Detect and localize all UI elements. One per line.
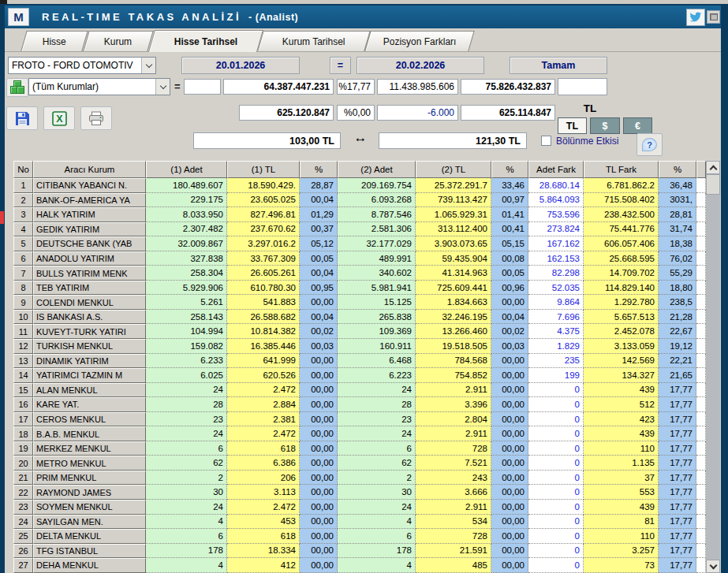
dropdown-arrow-button[interactable]: [155, 79, 170, 95]
twitter-button[interactable]: [686, 9, 705, 26]
cell: 1.834.663: [416, 295, 491, 310]
table-row[interactable]: 7BULLS YATIRIM MENK258.30426.605.26100,0…: [13, 266, 706, 281]
table-row[interactable]: 3HALK YATIRIM8.033.950827.496.8101,298.7…: [13, 207, 706, 222]
excel-export-button[interactable]: X: [43, 106, 75, 130]
table-row[interactable]: 18B.A.B. MENKUL242.47200,00242.91100,000…: [13, 426, 706, 441]
table-row[interactable]: 21PRIM MENKUL220600,00224300,0003717,77: [13, 471, 706, 486]
dropdown-arrow-button[interactable]: [141, 58, 155, 73]
equals-label: =: [174, 80, 181, 92]
price-low-input[interactable]: [193, 132, 341, 149]
table-row[interactable]: 17CEROS MENKUL232.38100,00232.80400,0004…: [13, 412, 706, 427]
column-header[interactable]: Adet Fark: [528, 161, 584, 178]
table-row[interactable]: 20METRO MENKUL626.38600,00627.52100,0001…: [13, 456, 706, 471]
column-header[interactable]: (2) Adet: [338, 161, 416, 178]
broker-combobox[interactable]: (Tüm Kurumlar): [28, 78, 170, 95]
filter-value-input[interactable]: [184, 79, 221, 95]
column-header[interactable]: %: [659, 161, 696, 178]
window-options-button[interactable]: [707, 10, 720, 24]
column-header[interactable]: (2) TL: [416, 161, 491, 178]
table-row[interactable]: 19MERKEZ MENKUL661800,00672800,00011017,…: [13, 441, 706, 456]
cell: 739.113.427: [416, 193, 491, 208]
tab-hisse-tarihsel[interactable]: Hisse Tarihsel: [148, 30, 263, 52]
cell: 00,00: [300, 441, 338, 456]
table-row[interactable]: 25DELTA MENKUL661800,00672800,00011017,7…: [13, 529, 706, 544]
date-to-field[interactable]: 20.02.2026: [357, 57, 484, 74]
table-row[interactable]: 13DINAMIK YATIRIM6.233641.99900,006.4687…: [13, 354, 706, 369]
table-row[interactable]: 24SAYILGAN MEN.445300,00453400,0008117,7…: [13, 515, 706, 530]
table-row[interactable]: 1CITIBANK YABANCI N.180.489.60718.590.42…: [13, 178, 706, 193]
table-row[interactable]: 12TURKISH MENKUL159.08216.385.44600,0316…: [13, 339, 706, 354]
table-row[interactable]: 27DEHA MENKUL441200,00448500,0007317,77: [13, 558, 706, 573]
tab-kurum-tarihsel[interactable]: Kurum Tarihsel: [257, 31, 370, 51]
cell: 3.133.059: [584, 339, 659, 354]
currency-tl-button[interactable]: TL: [558, 117, 587, 134]
currency-usd-button[interactable]: $: [590, 117, 620, 134]
tab-pozisyon-farkları[interactable]: Pozisyon Farkları: [364, 31, 474, 51]
symbol-combobox[interactable]: FROTO - FORD OTOMOTIV: [8, 57, 156, 74]
cell: 2.472: [227, 383, 300, 398]
cell: 14.709.702: [584, 266, 659, 281]
table-row[interactable]: 4GEDIK YATIRIM2.307.482237.670.6200,372.…: [13, 222, 706, 237]
table-row[interactable]: 14YATIRIMCI TAZMIN M6.025620.52600,006.2…: [13, 368, 706, 383]
column-header[interactable]: (1) TL: [227, 161, 300, 178]
save-button[interactable]: [6, 106, 38, 130]
period-tl-value: 75.826.432.837: [461, 79, 555, 95]
table-row[interactable]: 10IS BANKASI A.S.258.14326.588.68200,042…: [13, 310, 706, 325]
table-row[interactable]: 6ANADOLU YATIRIM327.83833.767.30900,0548…: [13, 251, 706, 266]
cell: 6.025: [146, 368, 227, 383]
cell: 00,00: [300, 456, 338, 471]
cell: B.A.B. MENKUL: [33, 426, 146, 441]
table-row[interactable]: 11KUVEYT-TURK YATIRI104.99410.814.38200,…: [13, 324, 706, 339]
cell: 5.261: [146, 295, 227, 310]
extra-value-field[interactable]: [558, 78, 607, 95]
tab-hisse[interactable]: Hisse: [21, 31, 88, 51]
scroll-up-button[interactable]: [706, 161, 720, 174]
cell: 73: [584, 558, 659, 573]
print-button[interactable]: [80, 106, 112, 130]
cell: 6: [13, 251, 33, 266]
table-row[interactable]: 22RAYMOND JAMES303.11300,00303.66600,000…: [13, 485, 706, 500]
table-row[interactable]: 5DEUTSCHE BANK (YAB32.009.8673.297.016.2…: [13, 236, 706, 251]
cell: 24: [146, 500, 227, 515]
cell: 5.657.513: [584, 310, 659, 325]
currency-eur-button[interactable]: €: [623, 117, 652, 134]
scroll-down-button[interactable]: [706, 560, 720, 573]
column-header[interactable]: No: [13, 161, 33, 178]
table-row[interactable]: 2BANK-OF-AMERICA YA229.17523.605.02500,0…: [13, 193, 706, 208]
column-header[interactable]: (1) Adet: [146, 161, 227, 178]
cell: KARE YAT.: [33, 397, 146, 412]
price-high-input[interactable]: [379, 132, 527, 149]
total2-adet-value: 625.114.847: [461, 105, 555, 121]
cell: 6.386: [227, 456, 300, 471]
table-row[interactable]: 26TFG ISTANBUL17818.33400,0017821.59100,…: [13, 544, 706, 559]
column-header[interactable]: %: [300, 161, 338, 178]
adet-fark-value: -6.000: [377, 105, 458, 121]
table-row[interactable]: 15ALAN MENKUL242.47200,00242.91100,00043…: [13, 383, 706, 398]
help-button[interactable]: ?: [637, 133, 663, 156]
split-effect-checkbox[interactable]: [541, 136, 551, 146]
column-header[interactable]: %: [491, 161, 528, 178]
table-row[interactable]: 9COLENDI MENKUL5.261541.88300,0015.1251.…: [13, 295, 706, 310]
equals-button[interactable]: =: [330, 57, 351, 74]
cell: 827.496.81: [227, 207, 300, 222]
table-row[interactable]: 8TEB YATIRIM5.929.906610.780.3000,955.98…: [13, 281, 706, 296]
frame-marker: [0, 211, 4, 224]
window-title: REAL-TIME TAKAS ANALİZİ: [42, 11, 241, 23]
cell: 0: [528, 529, 584, 544]
broker-groups-button[interactable]: [6, 78, 28, 97]
cell: 423: [584, 412, 659, 427]
cell: 199: [528, 368, 584, 383]
client-area: HisseKurumHisse TarihselKurum TarihselPo…: [5, 28, 721, 573]
period1-pct-value: %17,77: [337, 79, 375, 95]
scrollbar-thumb[interactable]: [706, 174, 720, 195]
table-row[interactable]: 23SOYMEN MENKUL242.47200,00242.91100,000…: [13, 500, 706, 515]
cell: 00,00: [491, 471, 528, 486]
ok-button[interactable]: Tamam: [510, 57, 607, 74]
column-header[interactable]: TL Fark: [584, 161, 659, 178]
total-pct-value: %0,00: [337, 105, 375, 121]
table-row[interactable]: 16KARE YAT.282.88400,00283.39600,0005121…: [13, 397, 706, 412]
column-header[interactable]: Aracı Kurum: [33, 161, 146, 178]
date-from-field[interactable]: 20.01.2026: [181, 57, 300, 74]
vertical-scrollbar[interactable]: [706, 161, 720, 573]
tab-kurum[interactable]: Kurum: [83, 31, 153, 51]
